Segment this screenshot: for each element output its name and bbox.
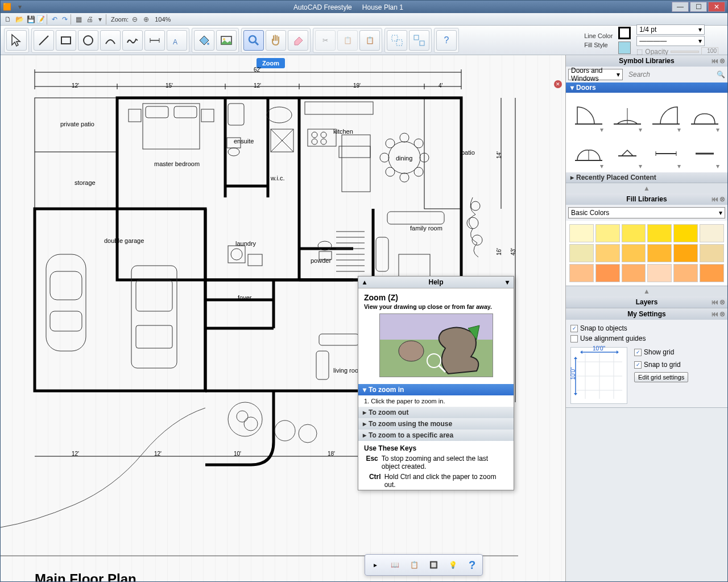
door-symbol-4[interactable]: ▾ [686,97,723,131]
select-tool[interactable] [6,30,27,51]
redo-icon[interactable]: ↷ [61,14,71,24]
search-icon[interactable]: 🔍 [717,71,725,79]
help-section-zoom-mouse[interactable]: ▸To zoom using the mouse [358,418,514,430]
save-icon[interactable]: 💾 [26,14,36,24]
door-symbol-7[interactable]: ▾ [648,134,684,168]
close-button[interactable]: ✕ [708,2,725,12]
pan-tool[interactable] [266,30,286,51]
collapse-icon[interactable]: ▴ [363,278,366,286]
color-swatch[interactable] [673,244,698,262]
line-tool[interactable] [34,30,54,51]
help-section-zoom-out[interactable]: ▸To zoom out [358,407,514,418]
door-symbol-5[interactable]: ▾ [570,134,607,168]
line-weight-dropdown[interactable]: 1/4 pt▾ [636,24,705,35]
fill-category-dropdown[interactable]: Basic Colors▾ [568,207,725,218]
doors-section-header[interactable]: ▾Doors [566,82,727,93]
show-grid-checkbox[interactable]: ✓ [634,349,642,356]
close-panel-icon[interactable]: ⊗ [719,57,725,65]
help-section-zoom-area[interactable]: ▸To zoom to a specific area [358,430,514,441]
color-swatch[interactable] [700,264,724,282]
line-color-swatch[interactable] [618,27,631,39]
paste-tool[interactable]: 📋 [359,30,380,51]
color-swatch[interactable] [647,224,672,242]
color-swatch[interactable] [595,224,620,242]
fill-color-swatch[interactable] [618,42,631,54]
freehand-tool[interactable] [122,30,143,51]
text-tool[interactable]: A [167,30,187,51]
color-swatch[interactable] [569,244,594,262]
copy-tool[interactable]: 📋 [337,30,358,51]
clipboard-icon[interactable]: 📋 [406,557,422,573]
open-icon[interactable]: 📂 [14,14,24,24]
prev-icon[interactable]: ⏮ [712,195,718,203]
color-swatch[interactable] [595,244,620,262]
color-swatch[interactable] [622,244,646,262]
grid-icon[interactable]: ▦ [73,14,84,24]
cut-tool[interactable]: ✂ [315,30,336,51]
arc-tool[interactable] [100,30,121,51]
door-symbol-2[interactable]: ▾ [609,97,646,131]
symbol-libraries-header[interactable]: Symbol Libraries ⏮⊗ [566,55,727,67]
symbol-search-input[interactable] [628,71,714,79]
blocks-icon[interactable]: 🔲 [425,557,441,573]
door-symbol-1[interactable]: ▾ [570,97,607,131]
edit-grid-button[interactable]: Edit grid settings [634,372,688,382]
expand-icon[interactable]: ▾ [506,278,509,286]
close-panel-icon[interactable]: ⊗ [719,310,725,318]
ungroup-tool[interactable] [409,30,429,51]
prev-icon[interactable]: ⏮ [712,310,718,318]
zoom-out-icon[interactable]: ⊖ [130,14,140,24]
maximize-button[interactable]: ☐ [690,2,707,12]
help-section-zoom-in[interactable]: ▾To zoom in [358,384,514,395]
color-swatch[interactable] [647,244,672,262]
collapse-up-icon[interactable]: ▲ [566,286,727,296]
panel-close-icon[interactable]: ✕ [554,80,562,88]
new-icon[interactable]: 🗋 [3,14,13,24]
color-swatch[interactable] [622,224,646,242]
help-tool[interactable]: ? [436,30,457,51]
line-style-dropdown[interactable]: ————▾ [636,36,705,46]
align-guides-checkbox[interactable] [570,335,578,342]
color-swatch[interactable] [700,244,724,262]
recent-content-header[interactable]: ▸Recently Placed Content [566,172,727,183]
color-swatch[interactable] [569,224,594,242]
fill-libraries-header[interactable]: Fill Libraries ⏮⊗ [566,193,727,205]
snap-objects-checkbox[interactable]: ✓ [570,325,578,332]
fill-tool[interactable] [194,30,214,51]
print-icon[interactable]: 🖨 [85,14,95,24]
zoom-percent[interactable]: 104% [155,16,171,23]
symbol-category-dropdown[interactable]: Doors and Windows▾ [568,69,623,80]
eraser-tool[interactable] [288,30,308,51]
color-swatch[interactable] [700,224,724,242]
prev-icon[interactable]: ⏮ [712,57,718,65]
color-swatch[interactable] [569,264,594,282]
my-settings-header[interactable]: My Settings ⏮⊗ [566,308,727,320]
help-icon[interactable]: ? [464,557,480,573]
collapse-up-icon[interactable]: ▲ [566,183,727,193]
play-icon[interactable]: ▸ [367,557,383,573]
rectangle-tool[interactable] [56,30,76,51]
circle-tool[interactable] [78,30,98,51]
preview-icon[interactable]: ▾ [96,14,106,24]
image-tool[interactable] [216,30,237,51]
zoom-tool[interactable] [243,30,264,51]
zoom-in-icon[interactable]: ⊕ [141,14,151,24]
color-swatch[interactable] [595,264,620,282]
close-panel-icon[interactable]: ⊗ [719,195,725,203]
dimension-tool[interactable] [144,30,165,51]
door-symbol-8[interactable]: ▾ [686,134,723,168]
color-swatch[interactable] [673,264,698,282]
color-swatch[interactable] [622,264,646,282]
undo-icon[interactable]: ↶ [49,14,60,24]
door-symbol-3[interactable]: ▾ [648,97,684,131]
color-swatch[interactable] [673,224,698,242]
group-tool[interactable] [387,30,407,51]
prev-icon[interactable]: ⏮ [712,298,718,306]
opacity-slider[interactable] [671,51,699,53]
lightbulb-icon[interactable]: 💡 [445,557,461,573]
color-swatch[interactable] [647,264,672,282]
minimize-button[interactable]: — [672,2,689,12]
close-panel-icon[interactable]: ⊗ [719,298,725,306]
door-symbol-6[interactable]: ▾ [609,134,646,168]
snap-grid-checkbox[interactable]: ✓ [634,361,642,369]
